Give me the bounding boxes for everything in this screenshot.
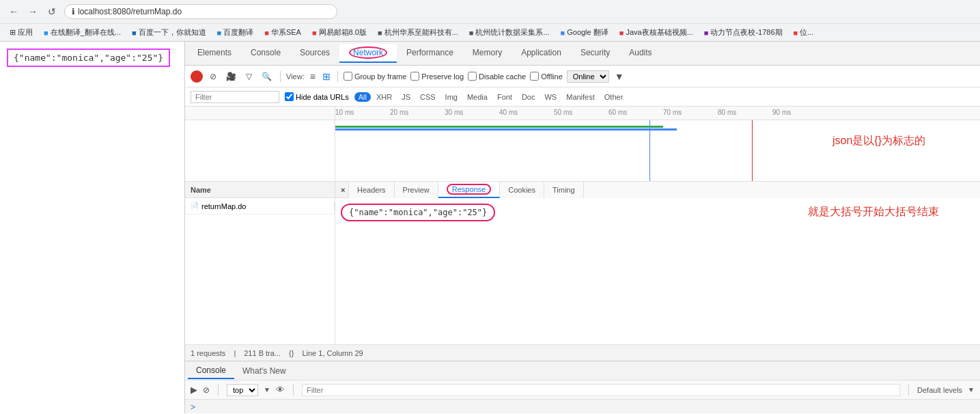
console-filter-input[interactable] xyxy=(302,384,900,396)
bookmark-2[interactable]: ■ 百度一下，你就知道 xyxy=(129,26,209,39)
tab-elements[interactable]: Elements xyxy=(188,44,241,63)
filter-input[interactable] xyxy=(191,91,279,103)
response-annotation: 就是大括号开始大括号结束 xyxy=(808,205,939,219)
bookmark-label-6: 杭州华系至能科技有... xyxy=(384,27,458,38)
stop-button[interactable]: ⊘ xyxy=(207,70,219,83)
bookmark-apps[interactable]: ⊞ 应用 xyxy=(7,26,36,39)
bookmark-label: 应用 xyxy=(18,27,33,38)
bookmark-8[interactable]: ■ Google 翻译 xyxy=(558,26,611,39)
console-stop-icon[interactable]: ⊘ xyxy=(203,385,210,395)
detail-tab-response[interactable]: Response xyxy=(438,182,501,198)
tab-network[interactable]: Network xyxy=(339,44,397,63)
console-tab-whats-new[interactable]: What's New xyxy=(234,363,294,378)
address-bar[interactable]: ℹ localhost:8080/returnMap.do xyxy=(64,4,337,19)
hide-data-urls-label[interactable]: Hide data URLs xyxy=(285,92,349,101)
eye-icon[interactable]: 👁 xyxy=(276,385,285,395)
camera-icon[interactable]: 🎥 xyxy=(223,70,239,83)
filter-doc[interactable]: Doc xyxy=(518,92,540,102)
bookmark-label-7: 杭州统计数据采集系... xyxy=(475,27,549,38)
disable-cache-label[interactable]: Disable cache xyxy=(468,72,526,81)
request-response-area: 📄 returnMap.do {"name":"monica","age":"2… xyxy=(185,198,980,344)
record-button[interactable] xyxy=(191,70,203,83)
address-text: localhost:8080/returnMap.do xyxy=(78,7,182,16)
filter-manifest[interactable]: Manifest xyxy=(562,92,599,102)
bookmark-6[interactable]: ■ 杭州华系至能科技有... xyxy=(375,26,461,39)
group-by-frame-checkbox[interactable] xyxy=(344,72,352,81)
tab-console[interactable]: Console xyxy=(241,44,290,63)
annotation-json-text: json是以{}为标志的 xyxy=(832,134,925,148)
levels-dropdown-icon[interactable]: ▼ xyxy=(968,386,975,394)
tab-memory[interactable]: Memory xyxy=(463,44,512,63)
tick-90ms: 90 ms xyxy=(772,109,791,116)
filter-ws[interactable]: WS xyxy=(540,92,561,102)
console-tab-console[interactable]: Console xyxy=(188,363,234,379)
tab-performance[interactable]: Performance xyxy=(397,44,463,63)
group-by-frame-label[interactable]: Group by frame xyxy=(344,72,406,81)
bookmark-4[interactable]: ■ 华系SEA xyxy=(262,26,304,39)
bookmark-icon-7: ■ xyxy=(469,29,474,37)
hide-data-urls-checkbox[interactable] xyxy=(285,92,294,101)
request-row-returnmap[interactable]: 📄 returnMap.do xyxy=(185,198,335,215)
timeline-header: 10 ms 20 ms 30 ms 40 ms 50 ms 60 ms 70 m… xyxy=(185,107,980,120)
bookmark-3[interactable]: ■ 百度翻译 xyxy=(214,26,257,39)
col-close[interactable]: × xyxy=(335,182,349,197)
cursor-position: Line 1, Column 29 xyxy=(302,349,363,357)
bookmark-11[interactable]: ■ 位... xyxy=(791,26,817,39)
bookmark-5[interactable]: ■ 网易邮箱8.0版 xyxy=(309,26,369,39)
request-detail-area: Name × Headers Preview Response Cookies … xyxy=(185,182,980,344)
filter-media[interactable]: Media xyxy=(463,92,492,102)
bookmark-10[interactable]: ■ 动力节点夜校-1786期 xyxy=(701,26,785,39)
bookmark-7[interactable]: ■ 杭州统计数据采集系... xyxy=(466,26,552,39)
tab-application[interactable]: Application xyxy=(512,44,571,63)
reload-button[interactable]: ↺ xyxy=(45,5,59,18)
console-content: > xyxy=(185,400,980,413)
disable-cache-checkbox[interactable] xyxy=(468,72,477,81)
bottom-console: Console What's New ▶ ⊘ top ▼ 👁 Default l… xyxy=(185,361,980,413)
detail-tab-preview[interactable]: Preview xyxy=(395,182,438,198)
waterfall-view-icon[interactable]: ⊞ xyxy=(321,71,332,82)
offline-checkbox[interactable] xyxy=(530,72,539,81)
bookmark-label-2: 百度一下，你就知道 xyxy=(139,27,206,38)
default-levels-text: Default levels xyxy=(917,386,962,394)
filter-img[interactable]: Img xyxy=(441,92,462,102)
braces-icon: {} xyxy=(289,349,294,357)
filter-css[interactable]: CSS xyxy=(416,92,440,102)
preserve-log-label[interactable]: Preserve log xyxy=(410,72,464,81)
console-context-icon[interactable]: ▶ xyxy=(191,385,197,395)
tab-sources[interactable]: Sources xyxy=(290,44,339,63)
filter-icon[interactable]: ▽ xyxy=(243,70,255,83)
bookmark-icon-11: ■ xyxy=(794,29,798,37)
filter-js[interactable]: JS xyxy=(397,92,415,102)
filter-other[interactable]: Other xyxy=(600,92,628,102)
console-context-select[interactable]: top xyxy=(227,384,258,396)
throttle-dropdown-icon[interactable]: ▼ xyxy=(613,71,626,82)
detail-tab-cookies[interactable]: Cookies xyxy=(500,182,544,198)
console-prompt[interactable]: > xyxy=(191,402,195,412)
devtools-tabs: Elements Console Sources Network Perform… xyxy=(185,42,980,66)
console-separator-3 xyxy=(908,385,909,396)
filter-xhr[interactable]: XHR xyxy=(372,92,396,102)
detail-tabs: Headers Preview Response Cookies Timing xyxy=(349,182,980,198)
bookmark-1[interactable]: ■ 在线翻译_翻译在线... xyxy=(41,26,124,39)
filter-font[interactable]: Font xyxy=(493,92,516,102)
tick-80ms: 80 ms xyxy=(718,109,736,116)
tick-20ms: 20 ms xyxy=(390,109,408,116)
devtools-panel: Elements Console Sources Network Perform… xyxy=(184,42,980,413)
tab-security[interactable]: Security xyxy=(571,44,619,63)
lock-icon: ℹ xyxy=(72,7,75,16)
forward-button[interactable]: → xyxy=(26,5,40,18)
detail-tab-timing[interactable]: Timing xyxy=(544,182,584,198)
offline-label[interactable]: Offline xyxy=(530,72,563,81)
list-view-icon[interactable]: ≡ xyxy=(309,71,317,82)
bookmark-9[interactable]: ■ Java夜核基础视频... xyxy=(617,26,696,39)
search-icon[interactable]: 🔍 xyxy=(259,70,275,83)
throttle-select[interactable]: Online xyxy=(567,70,609,83)
bookmark-icon-10: ■ xyxy=(704,29,709,37)
context-dropdown-icon[interactable]: ▼ xyxy=(264,386,270,394)
column-header-row: Name × Headers Preview Response Cookies … xyxy=(185,182,980,198)
back-button[interactable]: ← xyxy=(7,5,20,18)
detail-tab-headers[interactable]: Headers xyxy=(349,182,395,198)
preserve-log-checkbox[interactable] xyxy=(410,72,419,81)
filter-all[interactable]: All xyxy=(354,92,371,102)
tab-audits[interactable]: Audits xyxy=(619,44,661,63)
